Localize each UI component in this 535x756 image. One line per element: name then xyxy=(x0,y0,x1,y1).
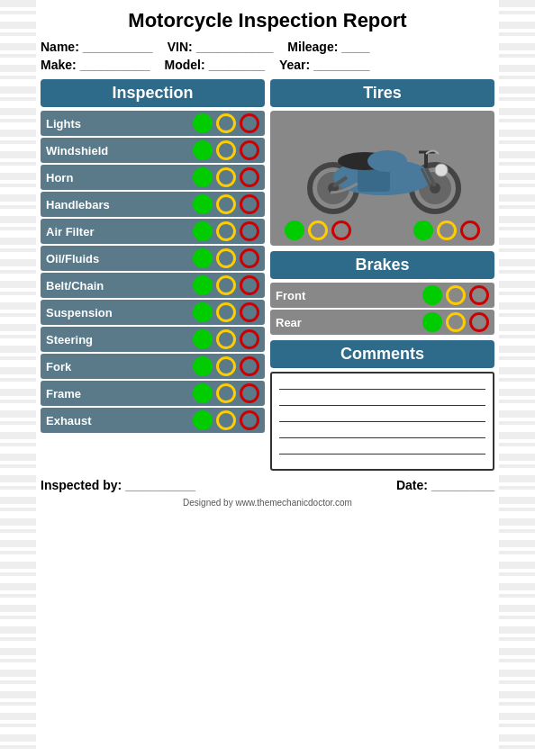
red-circle xyxy=(240,194,259,214)
tire-circles-row xyxy=(276,220,489,240)
inspection-row: Lights xyxy=(41,111,265,136)
inspection-item-label: Exhaust xyxy=(46,414,193,428)
motorcycle-image xyxy=(293,116,473,215)
svg-point-9 xyxy=(367,150,407,172)
inspection-row: Windshield xyxy=(41,138,265,163)
inspection-circles xyxy=(193,248,259,268)
date-label: Date: xyxy=(396,478,428,492)
yellow-circle xyxy=(216,356,236,376)
inspection-item-label: Frame xyxy=(46,387,193,400)
yellow-circle xyxy=(216,248,236,268)
model-value: ________ xyxy=(209,58,265,72)
yellow-circle xyxy=(216,275,236,295)
make-field: Make: __________ xyxy=(41,58,150,72)
yellow-circle xyxy=(216,410,236,430)
inspection-circles xyxy=(193,410,259,430)
brakes-items: FrontRear xyxy=(270,283,494,335)
yellow-circle xyxy=(216,113,236,133)
green-filled-circle xyxy=(422,285,442,305)
comments-section: Comments xyxy=(270,340,494,471)
year-field: Year: ________ xyxy=(279,58,370,72)
date-field: Date: _________ xyxy=(396,478,494,492)
rear-tire-circles xyxy=(413,220,480,240)
inspection-row: Horn xyxy=(41,165,265,190)
header-row-1: Name: __________ VIN: ___________ Mileag… xyxy=(41,40,494,54)
make-label: Make: xyxy=(41,58,77,72)
right-column: Tires xyxy=(270,79,494,471)
name-label: Name: xyxy=(41,40,79,54)
inspection-circles xyxy=(193,167,259,187)
inspection-circles xyxy=(193,356,259,376)
vin-value: ___________ xyxy=(196,40,274,54)
inspected-by-value: __________ xyxy=(125,478,195,492)
vin-label: VIN: xyxy=(168,40,193,54)
inspection-circles xyxy=(193,140,259,160)
red-circle xyxy=(240,113,259,133)
comment-line xyxy=(279,436,485,438)
model-label: Model: xyxy=(165,58,205,72)
inspection-row: Handlebars xyxy=(41,192,265,217)
red-circle xyxy=(240,410,259,430)
comments-box[interactable] xyxy=(270,372,494,471)
year-label: Year: xyxy=(279,58,310,72)
green-filled-circle xyxy=(193,248,213,268)
yellow-circle xyxy=(216,167,236,187)
inspection-item-label: Air Filter xyxy=(46,225,193,238)
inspection-item-label: Steering xyxy=(46,333,193,346)
green-filled-circle xyxy=(285,220,304,240)
inspection-row: Fork xyxy=(41,354,265,379)
inspection-item-label: Belt/Chain xyxy=(46,279,193,292)
header-row-2: Make: __________ Model: ________ Year: _… xyxy=(41,58,494,72)
yellow-circle xyxy=(216,194,236,214)
red-circle xyxy=(240,383,259,403)
inspected-by-label: Inspected by: xyxy=(41,478,122,492)
brake-row: Front xyxy=(270,283,494,308)
yellow-circle xyxy=(308,220,328,240)
tire-track-left xyxy=(0,0,36,756)
comments-header: Comments xyxy=(270,340,494,368)
red-circle xyxy=(331,220,351,240)
date-value: _________ xyxy=(431,478,494,492)
inspection-item-label: Suspension xyxy=(46,306,193,320)
green-filled-circle xyxy=(193,329,213,349)
inspection-row: Steering xyxy=(41,327,265,352)
green-filled-circle xyxy=(193,410,213,430)
inspection-row: Oil/Fluids xyxy=(41,246,265,271)
inspection-row: Exhaust xyxy=(41,408,265,433)
main-grid: Inspection LightsWindshieldHornHandlebar… xyxy=(41,79,494,471)
inspection-item-label: Horn xyxy=(46,171,193,184)
green-filled-circle xyxy=(193,356,213,376)
inspection-row: Air Filter xyxy=(41,219,265,244)
model-field: Model: ________ xyxy=(165,58,265,72)
footer-row: Inspected by: __________ Date: _________ xyxy=(41,478,494,492)
vin-field: VIN: ___________ xyxy=(168,40,274,54)
mileage-label: Mileage: xyxy=(287,40,338,54)
brake-row: Rear xyxy=(270,310,494,335)
designed-by: Designed by www.themechanicdoctor.com xyxy=(41,498,494,508)
page-title: Motorcycle Inspection Report xyxy=(41,9,494,32)
inspection-item-label: Windshield xyxy=(46,144,193,158)
yellow-circle xyxy=(437,220,457,240)
inspection-item-label: Handlebars xyxy=(46,198,193,212)
year-value: ________ xyxy=(313,58,369,72)
tires-header: Tires xyxy=(270,79,494,107)
green-filled-circle xyxy=(193,194,213,214)
front-tire-circles xyxy=(285,220,351,240)
brakes-section: Brakes FrontRear xyxy=(270,251,494,335)
inspection-circles xyxy=(193,221,259,241)
inspection-row: Belt/Chain xyxy=(41,273,265,298)
yellow-circle xyxy=(216,302,236,322)
green-filled-circle xyxy=(193,302,213,322)
inspection-circles xyxy=(193,275,259,295)
name-value: __________ xyxy=(83,40,153,54)
mileage-value: ____ xyxy=(341,40,369,54)
inspection-circles xyxy=(193,113,259,133)
yellow-circle xyxy=(446,285,466,305)
green-filled-circle xyxy=(193,113,213,133)
brake-circles xyxy=(422,312,489,332)
comment-line xyxy=(279,420,485,422)
green-filled-circle xyxy=(193,275,213,295)
green-filled-circle xyxy=(422,312,442,332)
yellow-circle xyxy=(216,329,236,349)
inspection-row: Frame xyxy=(41,381,265,406)
